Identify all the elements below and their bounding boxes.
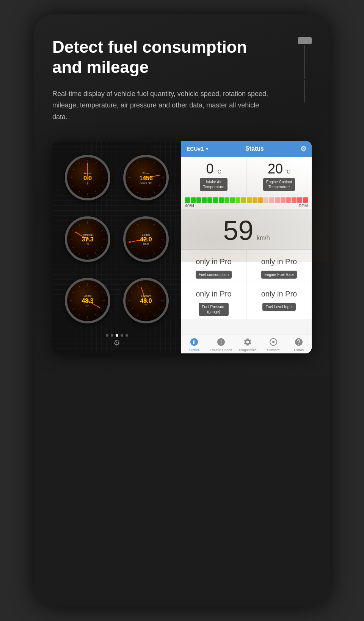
gauge-accel-value: 0.0 — [83, 175, 92, 181]
obd-content: 0 °C Intake AirTemperature 20 °C Engine … — [181, 157, 312, 334]
fuel-pressure-label[interactable]: Fuel Pressure(gauge) — [199, 303, 228, 316]
rpm-seg — [286, 197, 291, 203]
svg-line-24 — [130, 169, 132, 170]
rpm-seg — [269, 197, 274, 203]
usb-connector-decoration — [298, 37, 312, 102]
svg-line-79 — [130, 308, 133, 309]
svg-line-82 — [137, 285, 139, 287]
svg-line-33 — [95, 252, 97, 254]
settings-icon: ⚙ — [113, 338, 120, 347]
gauge-throttle-unit: % — [82, 243, 93, 245]
svg-line-18 — [159, 185, 161, 187]
rpm-seg — [264, 197, 268, 203]
rpm-seg — [191, 197, 196, 203]
intake-temp-value: 0 °C — [185, 162, 242, 176]
ecu-selector[interactable]: ECU#1 ▼ — [187, 146, 209, 152]
svg-line-10 — [72, 169, 74, 170]
svg-line-65 — [72, 308, 74, 309]
fuel-consumption-cell: only in Pro Fuel consumption — [181, 250, 246, 282]
trouble-nav-icon — [216, 337, 226, 347]
obd-settings-icon[interactable]: ⚙ — [300, 145, 306, 153]
gauge-wrap-boost: Boost 48.3 psi — [58, 270, 117, 331]
gauge-accel: Accel 0.0 g — [65, 155, 110, 200]
svg-line-76 — [154, 314, 155, 316]
obd-panel: ECU#1 ▼ Status ⚙ 0 °C — [181, 141, 312, 353]
rpm-seg — [253, 197, 257, 203]
svg-line-32 — [101, 247, 103, 248]
rpm-unit: RPM — [299, 203, 308, 208]
svg-line-25 — [137, 162, 138, 164]
rpm-seg — [213, 197, 218, 203]
fuel-pressure-cell: only in Pro Fuel Pressure(gauge) — [181, 282, 246, 319]
svg-line-8 — [72, 186, 74, 187]
nav-item-status[interactable]: Status — [184, 337, 204, 352]
fuel-consumption-label[interactable]: Fuel consumption — [196, 271, 232, 279]
coolant-temp-label[interactable]: Engine CoolantTemperature — [263, 178, 295, 191]
svg-line-1 — [96, 162, 97, 164]
gauge-accel-unit: g — [83, 181, 92, 184]
svg-line-30 — [101, 230, 103, 231]
phone-screen: Detect fuel consumption and mileage Real… — [34, 14, 330, 376]
intake-temp-label[interactable]: Intake AirTemperature — [200, 178, 227, 191]
gauge-revs-unit: x1000 rpm — [139, 181, 153, 184]
svg-point-85 — [272, 341, 275, 343]
gauge-coolant: Coolant 48.0 °C — [123, 278, 169, 323]
gauges-panel: Accel 0.0 g — [52, 141, 181, 353]
coolant-temp-cell: 20 °C Engine CoolantTemperature — [246, 157, 312, 194]
pro-label-1: only in Pro — [185, 255, 242, 268]
dot-1[interactable] — [106, 334, 108, 337]
dot-4[interactable] — [121, 334, 123, 337]
svg-line-58 — [96, 285, 97, 287]
gauge-throttle-value: 37.3 — [82, 236, 93, 243]
svg-line-67 — [72, 292, 74, 293]
engine-fuel-rate-label[interactable]: Engine Fuel Rate — [261, 271, 297, 279]
rpm-seg — [196, 197, 201, 203]
svg-line-81 — [130, 292, 132, 293]
nav-label-extras: Extras — [294, 348, 304, 352]
rpm-seg — [202, 197, 207, 203]
intake-temp-cell: 0 °C Intake AirTemperature — [181, 157, 246, 194]
rpm-seg — [219, 197, 224, 203]
svg-line-7 — [79, 191, 80, 193]
gauge-boost-unit: psi — [82, 304, 93, 307]
dot-5[interactable] — [126, 334, 128, 337]
sensors-nav-icon — [268, 337, 279, 347]
nav-label-diagnostics: Diagnostics — [239, 348, 257, 352]
nav-item-sensors[interactable]: Sensors — [264, 337, 283, 352]
gauge-coolant-unit: °C — [140, 304, 152, 307]
rpm-seg — [224, 197, 229, 203]
nav-item-extras[interactable]: Extras — [289, 337, 309, 352]
ecu-label: ECU#1 — [187, 146, 204, 152]
svg-line-44 — [160, 230, 162, 231]
rpm-seg — [297, 197, 302, 203]
page-title: Detect fuel consumption and mileage — [52, 37, 280, 77]
svg-line-62 — [95, 314, 97, 316]
nav-label-status: Status — [189, 348, 199, 352]
svg-line-2 — [101, 169, 103, 170]
speed-section: 59 km/h — [181, 210, 312, 250]
phone-frame: Detect fuel consumption and mileage Real… — [34, 14, 330, 607]
pro-label-4: only in Pro — [250, 287, 308, 301]
gauge-throttle: Throttle 37.3 % — [65, 216, 110, 262]
gauge-speed-value: 42.0 — [140, 236, 152, 243]
svg-line-15 — [154, 162, 155, 164]
svg-line-52 — [130, 230, 132, 231]
nav-item-diagnostics[interactable]: Diagnostics — [238, 337, 257, 352]
gauge-wrap-throttle: Throttle 37.3 % — [58, 208, 117, 270]
gauge-wrap-speed: Speed 42.0 km/h — [117, 208, 175, 270]
svg-line-35 — [79, 253, 80, 255]
rpm-bar-footer: 4084 RPM — [185, 203, 308, 208]
nav-item-trouble[interactable]: Trouble Codes — [210, 337, 232, 352]
rpm-seg — [207, 197, 212, 203]
svg-point-56 — [129, 241, 131, 243]
obd-bottom-nav: Status Trouble Codes — [181, 334, 312, 353]
svg-line-68 — [79, 285, 80, 287]
dot-2[interactable] — [111, 334, 113, 337]
speed-value: 59 — [223, 215, 253, 246]
gauges-footer: ⚙ — [58, 337, 175, 347]
fuel-level-label[interactable]: Fuel Level Input — [262, 303, 295, 311]
temperature-row: 0 °C Intake AirTemperature 20 °C Engine … — [181, 157, 312, 194]
svg-line-46 — [160, 247, 162, 248]
dot-3[interactable] — [116, 334, 118, 337]
svg-line-39 — [79, 224, 80, 226]
